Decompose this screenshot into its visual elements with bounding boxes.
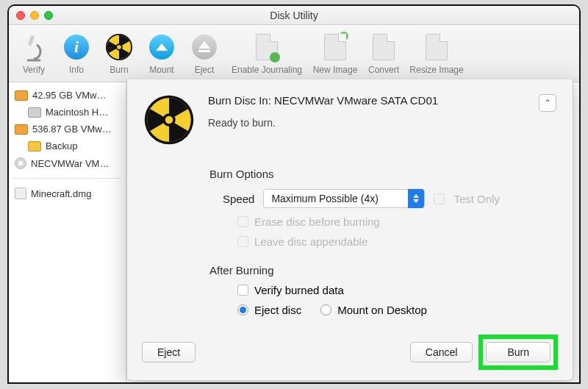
burn-headline: Burn Disc In: NECVMWar VMware SATA CD01 <box>208 94 526 107</box>
sidebar-item-label: Macintosh H… <box>46 107 108 118</box>
optical-disc-icon <box>15 157 26 169</box>
test-only-checkbox <box>434 193 445 204</box>
eject-disc-radio[interactable] <box>237 304 248 315</box>
sidebar-image-0[interactable]: Minecraft.dmg <box>9 185 126 202</box>
sidebar-disk-1[interactable]: 536.87 GB VMw… <box>9 121 126 138</box>
microscope-icon <box>23 32 45 62</box>
toolbar-enable-journaling-label: Enable Journaling <box>232 65 302 75</box>
toolbar-burn-label: Burn <box>110 65 128 75</box>
verify-burned-label: Verify burned data <box>254 284 344 296</box>
burn-button[interactable]: Burn <box>486 342 551 363</box>
toolbar-verify[interactable]: Verify <box>13 28 54 79</box>
journaling-icon <box>252 32 282 62</box>
verify-burned-checkbox[interactable] <box>237 285 248 296</box>
svg-point-3 <box>116 44 122 50</box>
toolbar-burn[interactable]: Burn <box>98 28 140 79</box>
sidebar-volume-1[interactable]: Backup <box>9 138 126 154</box>
sidebar: 42.95 GB VMw… Macintosh H… 536.87 GB VMw… <box>9 82 126 382</box>
burn-icon <box>143 94 195 146</box>
burn-options-title: Burn Options <box>209 168 556 180</box>
toolbar-verify-label: Verify <box>23 65 45 75</box>
convert-icon <box>369 32 398 62</box>
sidebar-optical-0[interactable]: NECVMWar VM… <box>9 154 126 172</box>
test-only-label: Test Only <box>453 193 500 205</box>
leave-appendable-label: Leave disc appendable <box>254 235 368 248</box>
hdd-icon <box>28 141 41 151</box>
toolbar-new-image[interactable]: + New Image <box>309 28 362 79</box>
toolbar-new-image-label: New Image <box>313 65 358 75</box>
new-image-icon: + <box>320 32 350 62</box>
mount-icon <box>149 35 174 60</box>
speed-label: Speed <box>223 193 254 205</box>
sidebar-volume-0[interactable]: Macintosh H… <box>9 104 126 121</box>
tutorial-highlight: Burn <box>478 335 558 370</box>
toolbar-mount-label: Mount <box>149 65 173 75</box>
mount-desktop-label: Mount on Desktop <box>337 304 427 316</box>
window-title: Disk Utility <box>9 10 579 21</box>
toolbar-resize-image-label: Resize Image <box>409 65 463 75</box>
toolbar-info-label: Info <box>69 65 84 75</box>
burn-drive-name: NECVMWar VMware SATA CD01 <box>274 94 438 107</box>
speed-select[interactable]: Maximum Possible (4x) <box>263 189 425 208</box>
burn-sheet: Burn Disc In: NECVMWar VMware SATA CD01 … <box>126 79 573 381</box>
sheet-footer: Eject Cancel Burn <box>127 324 573 380</box>
burn-headline-prefix: Burn Disc In: <box>208 94 274 107</box>
sidebar-item-label: 42.95 GB VMw… <box>32 90 106 101</box>
hdd-icon <box>28 107 41 118</box>
info-icon: i <box>64 35 89 60</box>
eject-button[interactable]: Eject <box>142 342 196 363</box>
sidebar-separator <box>13 178 121 179</box>
toolbar-convert-label: Convert <box>368 65 399 75</box>
content-area: Burn Disc In: NECVMWar VMware SATA CD01 … <box>126 82 579 382</box>
disk-utility-window: Disk Utility Verify i Info <box>7 4 581 384</box>
eject-icon <box>192 35 217 60</box>
hdd-icon <box>15 90 28 101</box>
disk-image-icon <box>15 188 26 199</box>
titlebar: Disk Utility <box>9 6 579 25</box>
sidebar-disk-0[interactable]: 42.95 GB VMw… <box>9 87 126 104</box>
sidebar-item-label: Minecraft.dmg <box>31 188 91 199</box>
resize-image-icon <box>422 32 451 62</box>
sidebar-item-label: 536.87 GB VMw… <box>32 124 112 135</box>
hdd-icon <box>15 124 28 135</box>
speed-value: Maximum Possible (4x) <box>271 193 378 204</box>
svg-point-6 <box>164 115 174 125</box>
toolbar-enable-journaling[interactable]: Enable Journaling <box>226 28 307 79</box>
svg-rect-0 <box>28 35 35 46</box>
burn-status: Ready to burn. <box>208 117 526 129</box>
toolbar: Verify i Info Burn Mount <box>9 25 579 82</box>
after-burning-title: After Burning <box>209 264 556 276</box>
toolbar-resize-image[interactable]: Resize Image <box>406 28 467 79</box>
toolbar-mount[interactable]: Mount <box>141 28 182 79</box>
cancel-button[interactable]: Cancel <box>410 342 473 363</box>
collapse-toggle[interactable]: ⌃ <box>539 94 556 112</box>
chevron-up-icon: ⌃ <box>544 98 551 108</box>
select-arrows-icon <box>408 189 424 208</box>
toolbar-info[interactable]: i Info <box>56 28 97 79</box>
leave-appendable-checkbox <box>237 236 248 247</box>
burn-icon <box>104 32 134 62</box>
sidebar-item-label: NECVMWar VM… <box>31 158 109 169</box>
sidebar-item-label: Backup <box>46 140 77 151</box>
toolbar-convert[interactable]: Convert <box>363 28 404 79</box>
eject-disc-label: Eject disc <box>254 304 301 316</box>
erase-disc-checkbox <box>237 216 248 227</box>
toolbar-eject-label: Eject <box>195 65 215 75</box>
toolbar-eject[interactable]: Eject <box>184 28 225 79</box>
mount-desktop-radio[interactable] <box>320 304 331 315</box>
erase-disc-label: Erase disc before burning <box>254 215 380 228</box>
